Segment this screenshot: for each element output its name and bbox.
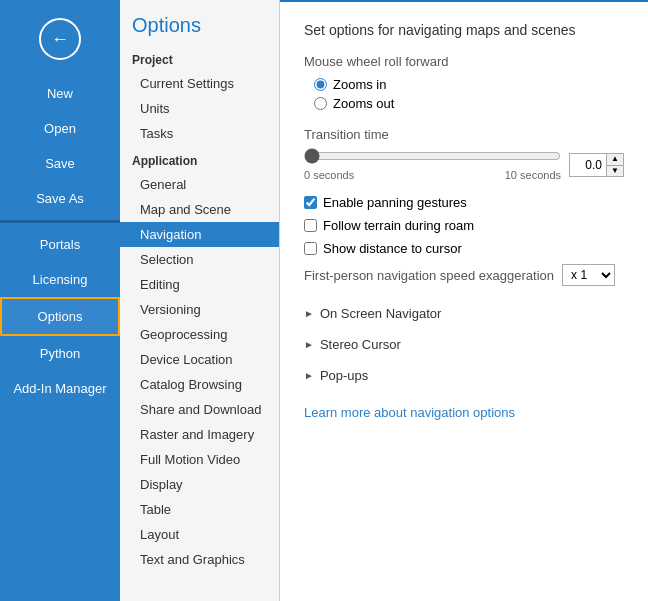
slider-max-label: 10 seconds xyxy=(505,169,561,181)
group-application: Application xyxy=(120,146,279,172)
spinner-box: ▲ ▼ xyxy=(569,153,624,177)
content-panel: Set options for navigating maps and scen… xyxy=(280,0,648,601)
transition-slider[interactable] xyxy=(304,148,561,164)
sidebar-item-options[interactable]: Options xyxy=(0,297,120,336)
slider-min-label: 0 seconds xyxy=(304,169,354,181)
nav-editing[interactable]: Editing xyxy=(120,272,279,297)
sidebar-item-addin[interactable]: Add-In Manager xyxy=(0,371,120,406)
nav-display[interactable]: Display xyxy=(120,472,279,497)
nav-selection[interactable]: Selection xyxy=(120,247,279,272)
slider-labels: 0 seconds 10 seconds xyxy=(304,169,561,181)
nav-list: Project Current Settings Units Tasks App… xyxy=(120,45,279,601)
slider-row: 0 seconds 10 seconds ▲ ▼ xyxy=(304,148,624,181)
mid-panel: Options Project Current Settings Units T… xyxy=(120,0,280,601)
sidebar-item-new[interactable]: New xyxy=(0,76,120,111)
nav-raster-and-imagery[interactable]: Raster and Imagery xyxy=(120,422,279,447)
nav-text-and-graphics[interactable]: Text and Graphics xyxy=(120,547,279,572)
checkbox-terrain-label: Follow terrain during roam xyxy=(323,218,474,233)
chevron-icon-popups: ► xyxy=(304,370,314,381)
nav-map-and-scene[interactable]: Map and Scene xyxy=(120,197,279,222)
nav-share-and-download[interactable]: Share and Download xyxy=(120,397,279,422)
radio-zoom-out-label: Zooms out xyxy=(333,96,394,111)
slider-container: 0 seconds 10 seconds xyxy=(304,148,561,181)
chevron-icon-navigator: ► xyxy=(304,308,314,319)
radio-zoom-in[interactable] xyxy=(314,78,327,91)
radio-zoom-in-label: Zooms in xyxy=(333,77,386,92)
collapsible-popups: ► Pop-ups xyxy=(304,364,624,387)
nav-navigation[interactable]: Navigation xyxy=(120,222,279,247)
sidebar-item-save-as[interactable]: Save As xyxy=(0,181,120,216)
checkbox-row-distance: Show distance to cursor xyxy=(304,241,624,256)
nav-full-motion-video[interactable]: Full Motion Video xyxy=(120,447,279,472)
spinner-input[interactable] xyxy=(570,156,606,174)
learn-link[interactable]: Learn more about navigation options xyxy=(304,405,515,420)
collapsible-header-navigator[interactable]: ► On Screen Navigator xyxy=(304,302,624,325)
sidebar-item-save[interactable]: Save xyxy=(0,146,120,181)
nav-tasks[interactable]: Tasks xyxy=(120,121,279,146)
radio-row-zoom-in: Zooms in xyxy=(314,77,624,92)
chevron-icon-stereo: ► xyxy=(304,339,314,350)
checkbox-distance-label: Show distance to cursor xyxy=(323,241,462,256)
checkbox-distance[interactable] xyxy=(304,242,317,255)
spinner-up-button[interactable]: ▲ xyxy=(607,154,623,165)
checkbox-row-panning: Enable panning gestures xyxy=(304,195,624,210)
collapsible-stereo-cursor: ► Stereo Cursor xyxy=(304,333,624,356)
checkbox-terrain[interactable] xyxy=(304,219,317,232)
nav-versioning[interactable]: Versioning xyxy=(120,297,279,322)
transition-section: Transition time 0 seconds 10 seconds ▲ ▼ xyxy=(304,127,624,181)
sidebar-divider xyxy=(0,220,120,223)
radio-row-zoom-out: Zooms out xyxy=(314,96,624,111)
nav-units[interactable]: Units xyxy=(120,96,279,121)
sidebar: ← New Open Save Save As Portals Licensin… xyxy=(0,0,120,601)
nav-table[interactable]: Table xyxy=(120,497,279,522)
radio-group-zoom: Zooms in Zooms out xyxy=(304,77,624,111)
collapsible-header-stereo[interactable]: ► Stereo Cursor xyxy=(304,333,624,356)
collapsible-on-screen-navigator: ► On Screen Navigator xyxy=(304,302,624,325)
content-title: Set options for navigating maps and scen… xyxy=(304,22,624,38)
spinner-down-button[interactable]: ▼ xyxy=(607,165,623,176)
mouse-wheel-label: Mouse wheel roll forward xyxy=(304,54,624,69)
sidebar-item-portals[interactable]: Portals xyxy=(0,227,120,262)
checkbox-panning-label: Enable panning gestures xyxy=(323,195,467,210)
back-button[interactable]: ← xyxy=(39,18,81,60)
sidebar-item-python[interactable]: Python xyxy=(0,336,120,371)
group-project: Project xyxy=(120,45,279,71)
collapsible-header-popups[interactable]: ► Pop-ups xyxy=(304,364,624,387)
speed-select[interactable]: x 1 x 2 x 5 x 10 xyxy=(562,264,615,286)
panel-title: Options xyxy=(120,0,279,45)
nav-geoprocessing[interactable]: Geoprocessing xyxy=(120,322,279,347)
checkbox-panning[interactable] xyxy=(304,196,317,209)
nav-catalog-browsing[interactable]: Catalog Browsing xyxy=(120,372,279,397)
spinner-buttons: ▲ ▼ xyxy=(606,154,623,176)
nav-device-location[interactable]: Device Location xyxy=(120,347,279,372)
sidebar-item-open[interactable]: Open xyxy=(0,111,120,146)
nav-layout[interactable]: Layout xyxy=(120,522,279,547)
checkbox-row-terrain: Follow terrain during roam xyxy=(304,218,624,233)
collapsible-label-stereo: Stereo Cursor xyxy=(320,337,401,352)
collapsible-label-popups: Pop-ups xyxy=(320,368,368,383)
transition-label: Transition time xyxy=(304,127,624,142)
sidebar-item-licensing[interactable]: Licensing xyxy=(0,262,120,297)
collapsible-label-navigator: On Screen Navigator xyxy=(320,306,441,321)
radio-zoom-out[interactable] xyxy=(314,97,327,110)
speed-label: First-person navigation speed exaggerati… xyxy=(304,268,554,283)
speed-row: First-person navigation speed exaggerati… xyxy=(304,264,624,286)
nav-general[interactable]: General xyxy=(120,172,279,197)
nav-current-settings[interactable]: Current Settings xyxy=(120,71,279,96)
